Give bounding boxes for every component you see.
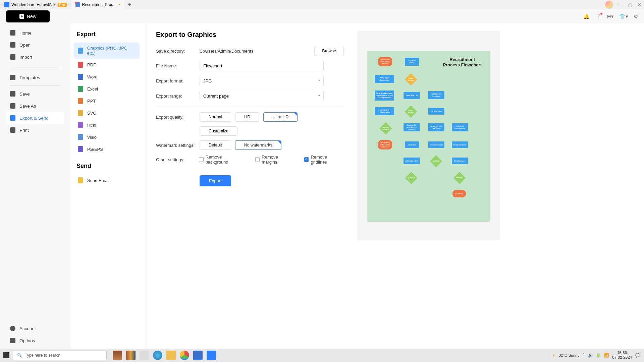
templates-icon <box>10 75 15 80</box>
weather-text[interactable]: 32°C Sunny <box>559 353 580 357</box>
format-excel[interactable]: Excel <box>74 83 140 95</box>
send-email[interactable]: Send Email <box>74 174 140 186</box>
start-button[interactable] <box>3 352 9 358</box>
save-icon <box>10 91 15 97</box>
shop-icon[interactable]: 👕▾ <box>619 13 628 19</box>
options-icon <box>10 338 15 343</box>
fc-node: Decide the classification <box>375 107 394 115</box>
sidebar-item-saveas[interactable]: Save As <box>6 100 64 112</box>
filename-input[interactable] <box>200 61 324 71</box>
app-name: Wondershare EdrawMax <box>11 2 56 7</box>
checkbox-label: Remove background <box>206 155 245 165</box>
windows-taskbar: 🔍 Type here to search ☀ 32°C Sunny ˄ 🔊 🔋… <box>0 349 644 362</box>
taskbar-explorer[interactable] <box>166 351 176 360</box>
range-label: Export range: <box>156 94 200 99</box>
sidebar-item-import[interactable]: Import <box>6 51 64 63</box>
taskbar-cortana[interactable] <box>113 351 122 360</box>
tray-notifications-icon[interactable]: 💬 <box>635 353 640 358</box>
checkbox-icon <box>199 157 204 162</box>
format-pseps[interactable]: PS/EPS <box>74 143 140 155</box>
preview-canvas: RecruitmentProcess Flowchart Determine p… <box>367 51 490 222</box>
taskbar-chrome[interactable] <box>180 351 189 360</box>
format-label: Graphics (PNG, JPG etc.) <box>87 46 136 56</box>
watermark-default[interactable]: Default <box>200 140 231 150</box>
tray-chevron[interactable]: ˄ <box>583 353 585 358</box>
customize-button[interactable]: Customize <box>200 126 237 136</box>
minimize-button[interactable]: — <box>619 2 623 7</box>
sidebar-item-account[interactable]: Account <box>6 322 66 335</box>
help-icon[interactable]: ❔ <box>595 13 601 19</box>
export-range-select[interactable]: Current page <box>200 91 324 101</box>
format-graphics[interactable]: Graphics (PNG, JPG etc.) <box>74 43 140 59</box>
save-dir-path: C:/Users/Admin/Documents <box>200 49 310 54</box>
sidebar-item-open[interactable]: Open <box>6 39 64 51</box>
export-format-select[interactable]: JPG <box>200 76 324 86</box>
sidebar-item-home[interactable]: Home <box>6 27 64 39</box>
format-html[interactable]: Html <box>74 119 140 131</box>
close-button[interactable]: ✕ <box>638 2 641 7</box>
fc-decision: Qualified? <box>405 172 418 184</box>
taskbar-search[interactable]: 🔍 Type here to search <box>13 351 107 360</box>
sidebar-item-save[interactable]: Save <box>6 88 64 100</box>
search-placeholder: Type here to search <box>25 353 60 358</box>
sidebar-label: Options <box>19 338 35 343</box>
watermark-label: Watermark settings: <box>156 143 200 148</box>
fc-node: select the interviewers <box>452 123 468 131</box>
bell-icon[interactable]: 🔔 <box>583 13 590 19</box>
user-avatar[interactable] <box>605 1 613 9</box>
taskbar-word[interactable] <box>193 351 203 360</box>
taskbar-taskview[interactable] <box>140 351 149 360</box>
format-word[interactable]: Word <box>74 71 140 83</box>
quality-ultrahd[interactable]: Ultra HD <box>263 112 298 122</box>
fc-decision: enable whether <box>405 73 417 86</box>
document-tab[interactable]: Recruitment Proc... • <box>71 0 124 9</box>
doc-name: Recruitment Proc... <box>82 2 117 7</box>
tray-sound-icon[interactable]: 🔊 <box>588 353 593 358</box>
sidebar-item-print[interactable]: Print <box>6 124 64 136</box>
format-pdf[interactable]: PDF <box>74 59 140 71</box>
new-document-button[interactable]: + New <box>6 10 50 22</box>
watermark-none[interactable]: No watermarks <box>235 140 281 150</box>
format-label: Visio <box>87 135 97 140</box>
select-value: JPG <box>203 78 212 83</box>
account-icon <box>10 326 15 331</box>
sidebar-item-export[interactable]: Export & Send <box>6 112 64 124</box>
remove-bg-checkbox[interactable]: Remove background <box>199 155 245 165</box>
tray-wifi-icon[interactable]: 📶 <box>604 353 609 358</box>
fc-node: Arrange an interview <box>428 91 444 99</box>
format-label: SVG <box>87 111 96 116</box>
tray-battery-icon[interactable]: 🔋 <box>596 353 601 358</box>
app-tab[interactable]: Wondershare EdrawMax Pro <box>0 3 71 6</box>
fc-node: financial affairs <box>405 58 419 66</box>
doc-icon <box>75 2 80 7</box>
taskbar-books[interactable] <box>126 351 136 360</box>
remove-gridlines-checkbox[interactable]: Remove gridlines <box>304 155 344 165</box>
maximize-button[interactable]: ▢ <box>628 2 632 7</box>
sidebar-item-templates[interactable]: Templates <box>6 71 64 83</box>
format-ppt[interactable]: PPT <box>74 95 140 107</box>
settings-icon[interactable]: ⚙ <box>634 13 638 19</box>
format-visio[interactable]: Visio <box>74 131 140 143</box>
page-title: Export to Graphics <box>156 31 344 39</box>
content-area: Export to Graphics Save directory: C:/Us… <box>146 23 644 349</box>
format-svg[interactable]: SVG <box>74 107 140 119</box>
visio-file-icon <box>78 134 83 140</box>
format-label: PPT <box>87 99 96 104</box>
remove-margins-checkbox[interactable]: Remove margins <box>255 155 294 165</box>
export-button[interactable]: Export <box>200 175 231 186</box>
fc-decision: accepted <box>453 172 466 184</box>
taskbar-clock[interactable]: 15:36 07-02-2024 <box>612 351 632 360</box>
browse-button[interactable]: Browse <box>314 46 344 56</box>
sidebar-item-options[interactable]: Options <box>6 335 66 347</box>
quality-hd[interactable]: HD <box>235 112 259 122</box>
weather-icon[interactable]: ☀ <box>552 353 555 358</box>
new-tab-button[interactable]: + <box>124 1 135 8</box>
fc-node: collect the CVs <box>404 158 420 164</box>
quality-normal[interactable]: Normal <box>200 112 231 122</box>
fc-node: eAssessments <box>428 141 444 148</box>
format-label: Excel <box>87 86 98 92</box>
taskbar-edraw[interactable] <box>207 351 216 360</box>
apps-icon[interactable]: ⊞▾ <box>607 13 614 19</box>
taskbar-edge[interactable] <box>153 351 162 360</box>
tab-modified-icon: • <box>118 2 120 8</box>
